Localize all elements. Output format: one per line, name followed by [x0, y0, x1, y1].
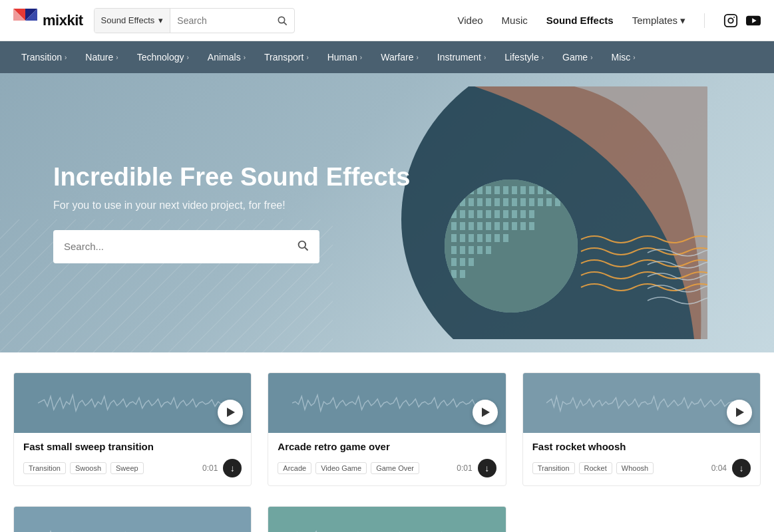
card-3-waveform [523, 373, 760, 433]
svg-rect-68 [486, 234, 491, 242]
svg-rect-59 [494, 222, 500, 230]
svg-rect-36 [494, 198, 500, 206]
play-triangle-icon-2 [482, 408, 490, 417]
tag-video-game[interactable]: Video Game [315, 462, 367, 474]
nav-music[interactable]: Music [502, 15, 528, 26]
play-triangle-icon [227, 408, 235, 417]
cat-technology-chevron: › [187, 54, 189, 61]
cat-warfare[interactable]: Warfare › [373, 47, 427, 68]
svg-rect-22 [494, 186, 500, 194]
svg-rect-34 [477, 198, 483, 206]
cat-instrument[interactable]: Instrument › [429, 47, 494, 68]
cat-lifestyle-chevron: › [542, 54, 544, 61]
svg-rect-37 [503, 198, 508, 206]
svg-point-4 [279, 17, 285, 23]
card-2-tags: Arcade Video Game Game Over [278, 462, 419, 474]
cat-lifestyle[interactable]: Lifestyle › [496, 47, 552, 68]
nav-divider [704, 13, 705, 28]
cat-nature[interactable]: Nature › [77, 47, 126, 68]
svg-rect-27 [538, 186, 543, 194]
svg-rect-52 [520, 210, 526, 218]
hero-title: Incredible Free Sound Effects [53, 162, 410, 193]
waveform-svg-3 [546, 390, 736, 416]
card-1-title: Fast small sweep transition [23, 441, 242, 452]
search-bar: Sound Effects ▾ [94, 8, 295, 33]
cat-nature-chevron: › [116, 54, 118, 61]
svg-rect-50 [503, 210, 508, 218]
cat-transport[interactable]: Transport › [256, 47, 317, 68]
card-1-meta: 0:01 ↓ [202, 459, 242, 477]
youtube-link[interactable] [746, 13, 761, 28]
card-partial-1 [13, 506, 252, 532]
card-3-meta: 0:04 ↓ [711, 459, 751, 477]
cat-transition[interactable]: Transition › [13, 47, 75, 68]
tag-sweep[interactable]: Sweep [110, 462, 144, 474]
svg-rect-60 [503, 222, 508, 230]
cat-game[interactable]: Game › [554, 47, 600, 68]
card-2-play-button[interactable] [473, 400, 498, 425]
svg-rect-23 [503, 186, 508, 194]
cat-animals[interactable]: Animals › [200, 47, 254, 68]
search-input[interactable] [170, 15, 270, 26]
svg-rect-42 [546, 198, 552, 206]
cards-section: Fast small sweep transition Transition S… [0, 352, 774, 506]
cat-human[interactable]: Human › [319, 47, 370, 68]
svg-rect-41 [538, 198, 543, 206]
tag-swoosh[interactable]: Swoosh [70, 462, 106, 474]
hero-search-icon [297, 239, 309, 251]
card-3-play-button[interactable] [727, 400, 752, 425]
waveform-svg-2 [292, 390, 482, 416]
cat-warfare-chevron: › [416, 54, 418, 61]
nav-video[interactable]: Video [458, 15, 483, 26]
search-icon [277, 15, 288, 26]
hero-search-button[interactable] [297, 239, 309, 253]
svg-rect-78 [469, 258, 474, 266]
cat-instrument-chevron: › [484, 54, 486, 61]
svg-point-7 [728, 18, 733, 23]
card-1-play-button[interactable] [218, 400, 243, 425]
hero-subtitle: For you to use in your next video projec… [53, 200, 410, 211]
svg-rect-38 [512, 198, 517, 206]
card-3: Fast rocket whoosh Transition Rocket Who… [522, 372, 761, 486]
cat-technology[interactable]: Technology › [129, 47, 197, 68]
card-2-footer: Arcade Video Game Game Over 0:01 ↓ [278, 459, 496, 477]
nav-templates[interactable]: Templates ▾ [632, 15, 685, 27]
tag-transition-3[interactable]: Transition [532, 462, 575, 474]
main-nav: Video Music Sound Effects Templates ▾ [458, 13, 761, 28]
tag-game-over[interactable]: Game Over [371, 462, 419, 474]
svg-rect-24 [512, 186, 517, 194]
svg-line-82 [305, 247, 308, 251]
logo-text: mixkit [43, 12, 83, 29]
instagram-link[interactable] [723, 13, 738, 28]
instagram-icon [723, 13, 738, 28]
templates-chevron-icon: ▾ [680, 15, 685, 27]
svg-rect-62 [520, 222, 526, 230]
tag-rocket[interactable]: Rocket [579, 462, 612, 474]
cat-game-chevron: › [590, 54, 592, 61]
svg-rect-58 [486, 222, 491, 230]
svg-rect-25 [520, 186, 526, 194]
card-3-info: Fast rocket whoosh Transition Rocket Who… [523, 433, 760, 485]
logo-link[interactable]: mixkit [13, 9, 83, 33]
svg-rect-51 [512, 210, 517, 218]
hero-search-input[interactable] [64, 241, 291, 252]
category-nav: Transition › Nature › Technology › Anima… [0, 41, 774, 73]
card-3-download-button[interactable]: ↓ [732, 459, 751, 477]
cat-transition-chevron: › [65, 54, 67, 61]
cat-misc[interactable]: Misc › [603, 47, 643, 68]
svg-rect-40 [529, 198, 534, 206]
download-icon-2: ↓ [484, 463, 489, 473]
tag-whoosh[interactable]: Whoosh [616, 462, 654, 474]
card-1-download-button[interactable]: ↓ [223, 459, 242, 477]
tag-transition-1[interactable]: Transition [23, 462, 66, 474]
svg-rect-26 [529, 186, 534, 194]
svg-rect-35 [486, 198, 491, 206]
hero-section: Incredible Free Sound Effects For you to… [0, 73, 774, 352]
nav-sound-effects[interactable]: Sound Effects [546, 15, 614, 26]
svg-point-8 [733, 17, 735, 18]
card-2-download-button[interactable]: ↓ [478, 459, 496, 477]
search-type-dropdown[interactable]: Sound Effects ▾ [95, 9, 171, 33]
search-button[interactable] [270, 15, 294, 26]
tag-arcade[interactable]: Arcade [278, 462, 311, 474]
download-icon-3: ↓ [739, 463, 744, 473]
